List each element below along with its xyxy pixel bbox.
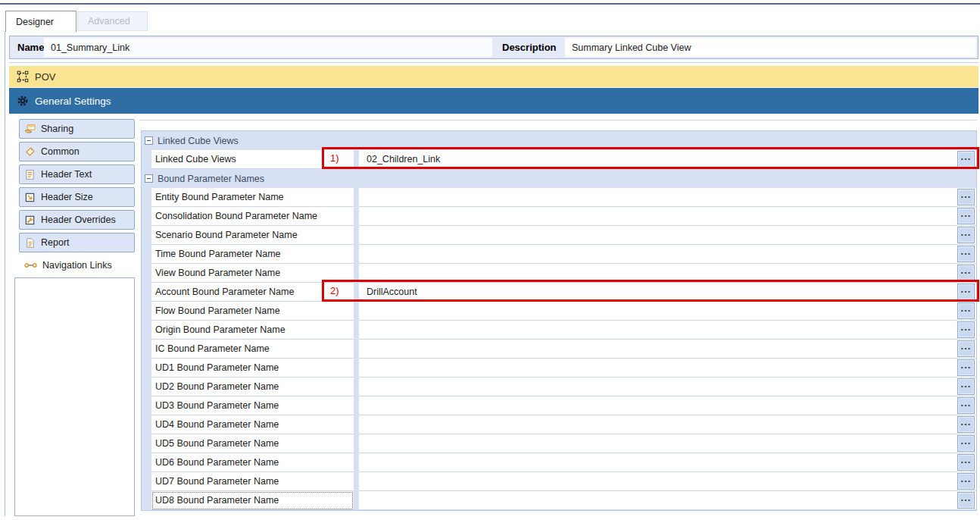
ellipsis-button[interactable]: ... — [957, 416, 975, 433]
property-value-cell[interactable]: ... — [359, 472, 976, 491]
property-value-cell[interactable]: ... — [359, 491, 976, 510]
row-indent — [142, 491, 151, 510]
property-label-cell[interactable]: Scenario Bound Parameter Name — [151, 226, 354, 245]
ellipsis-button[interactable]: ... — [957, 492, 975, 509]
ellipsis-button[interactable]: ... — [957, 454, 975, 471]
ellipsis-button[interactable]: ... — [957, 302, 975, 319]
sidebar-item-report[interactable]: Report — [19, 233, 135, 252]
property-label-cell[interactable]: Origin Bound Parameter Name — [151, 321, 354, 340]
ellipsis-button[interactable]: ... — [957, 265, 975, 281]
property-value-cell[interactable]: ... — [359, 188, 976, 207]
property-value-cell[interactable]: ... — [359, 377, 976, 396]
property-label-cell[interactable]: UD4 Bound Parameter Name — [151, 415, 354, 434]
ellipsis-button[interactable]: ... — [957, 246, 975, 262]
property-value-cell[interactable]: ... — [359, 207, 976, 226]
row-indent — [142, 434, 151, 453]
ellipsis-button[interactable]: ... — [957, 227, 975, 243]
column-divider — [354, 453, 359, 472]
sidebar-item-header-overrides[interactable]: Header Overrides — [19, 210, 135, 230]
sidebar-item-common[interactable]: Common — [19, 142, 135, 161]
property-label-text: Flow Bound Parameter Name — [155, 305, 280, 316]
sidebar-item-label: Sharing — [41, 124, 73, 134]
property-row-ud7-bound-parameter-name: UD7 Bound Parameter Name... — [142, 472, 976, 491]
property-label-cell[interactable]: UD2 Bound Parameter Name — [151, 377, 354, 396]
property-value-cell[interactable]: ... — [359, 302, 976, 321]
property-label-cell[interactable]: UD7 Bound Parameter Name — [151, 472, 354, 491]
group-header-label: Bound Parameter Names — [158, 174, 264, 184]
tab-designer[interactable]: Designer — [5, 11, 76, 32]
gear-icon — [17, 95, 29, 107]
name-input[interactable] — [44, 38, 492, 57]
ellipsis-button[interactable]: ... — [957, 151, 975, 168]
ellipsis-button[interactable]: ... — [957, 283, 975, 300]
property-value-cell[interactable]: ... — [359, 245, 976, 264]
ellipsis-button[interactable]: ... — [957, 208, 975, 224]
property-value-cell[interactable]: ... — [359, 434, 976, 453]
property-value-cell[interactable]: 02_Children_Link... — [359, 150, 976, 169]
ellipsis-button[interactable]: ... — [957, 340, 975, 357]
property-value-cell[interactable]: DrillAccount... — [359, 283, 976, 302]
property-label-cell[interactable]: IC Bound Parameter Name — [151, 340, 354, 359]
sidebar-item-label: Report — [41, 237, 70, 248]
ellipsis-button[interactable]: ... — [957, 473, 975, 490]
property-label-cell[interactable]: UD1 Bound Parameter Name — [151, 359, 354, 377]
property-value-cell[interactable]: ... — [359, 321, 976, 340]
property-label-cell[interactable]: Time Bound Parameter Name — [151, 245, 354, 264]
sidebar-item-navigation-links[interactable]: Navigation Links — [19, 255, 135, 275]
property-label-cell[interactable]: Consolidation Bound Parameter Name — [151, 207, 354, 226]
property-label-text: Time Bound Parameter Name — [155, 249, 281, 259]
property-row-ud1-bound-parameter-name: UD1 Bound Parameter Name... — [142, 359, 976, 377]
ellipsis-button[interactable]: ... — [957, 435, 975, 452]
sidebar-item-header-size[interactable]: Header Size — [19, 187, 135, 207]
divider-line — [9, 62, 978, 63]
property-label-cell[interactable]: Entity Bound Parameter Name — [151, 188, 354, 207]
property-label-text: Origin Bound Parameter Name — [155, 324, 286, 335]
collapse-icon[interactable] — [145, 136, 153, 145]
property-row-consolidation-bound-parameter-name: Consolidation Bound Parameter Name... — [142, 207, 976, 226]
property-value-cell[interactable]: ... — [359, 359, 976, 377]
column-divider — [354, 264, 359, 283]
tab-designer-label: Designer — [16, 17, 54, 27]
column-divider — [354, 283, 359, 302]
ellipsis-button[interactable]: ... — [957, 378, 975, 395]
general-settings-section-header[interactable]: General Settings — [9, 88, 978, 114]
description-input[interactable] — [565, 38, 976, 57]
sharing-icon — [24, 124, 36, 135]
sidebar-item-label: Header Size — [41, 192, 93, 202]
property-value-cell[interactable]: ... — [359, 453, 976, 472]
property-label-cell[interactable]: UD3 Bound Parameter Name — [151, 396, 354, 415]
property-label-cell[interactable]: UD5 Bound Parameter Name — [151, 434, 354, 453]
property-value-cell[interactable]: ... — [359, 340, 976, 359]
ellipsis-button[interactable]: ... — [957, 321, 975, 338]
group-header-linked-cube-views: Linked Cube Views — [142, 131, 976, 150]
property-row-ud5-bound-parameter-name: UD5 Bound Parameter Name... — [142, 434, 976, 453]
column-divider — [354, 396, 359, 415]
property-label-cell[interactable]: Linked Cube Views — [151, 150, 354, 169]
ellipsis-button[interactable]: ... — [957, 397, 975, 414]
ellipsis-button[interactable]: ... — [957, 189, 975, 205]
settings-sidebar: SharingCommonHeader TextHeader SizeHeade… — [19, 119, 135, 278]
sidebar-item-header-text[interactable]: Header Text — [19, 164, 135, 184]
sidebar-item-sharing[interactable]: Sharing — [19, 119, 135, 139]
property-label-text: UD5 Bound Parameter Name — [155, 438, 279, 449]
property-label-cell[interactable]: Flow Bound Parameter Name — [151, 302, 354, 321]
property-value-cell[interactable]: ... — [359, 226, 976, 245]
property-value-cell[interactable]: ... — [359, 264, 976, 283]
property-label-cell[interactable]: UD8 Bound Parameter Name — [151, 491, 354, 510]
header-size-icon — [24, 192, 36, 203]
property-label-cell[interactable]: Account Bound Parameter Name — [151, 283, 354, 302]
pov-section-header[interactable]: POV — [9, 66, 978, 87]
property-value-cell[interactable]: ... — [359, 415, 976, 434]
tag-icon — [24, 146, 36, 158]
row-indent — [142, 150, 151, 169]
collapse-icon[interactable] — [145, 174, 153, 183]
sidebar-empty-panel — [14, 277, 135, 516]
tab-advanced[interactable]: Advanced — [77, 11, 148, 31]
property-label-cell[interactable]: View Bound Parameter Name — [151, 264, 354, 283]
property-value-cell[interactable]: ... — [359, 396, 976, 415]
row-indent — [142, 188, 151, 207]
ellipsis-button[interactable]: ... — [957, 359, 975, 376]
property-label-cell[interactable]: UD6 Bound Parameter Name — [151, 453, 354, 472]
property-row-account-bound-parameter-name: Account Bound Parameter NameDrillAccount… — [142, 283, 976, 302]
row-indent — [142, 340, 151, 359]
